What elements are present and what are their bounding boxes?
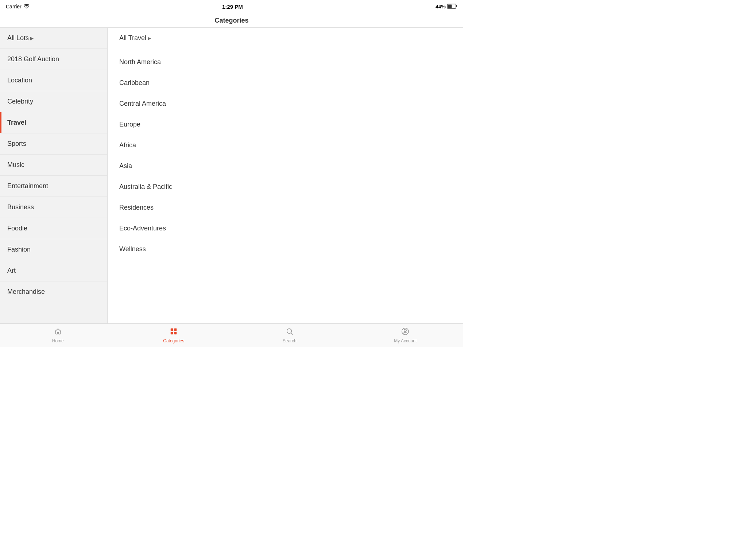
right-panel-item-caribbean[interactable]: Caribbean [108,73,463,93]
status-left: Carrier [6,4,30,9]
sidebar-item-fashion[interactable]: Fashion [0,239,107,260]
chevron-icon: ▶ [30,36,34,41]
sidebar-item-all-lots[interactable]: All Lots ▶ [0,28,107,49]
sidebar-item-travel[interactable]: Travel [0,112,107,133]
main-content: All Lots ▶2018 Golf AuctionLocationCeleb… [0,28,463,323]
right-panel-item-wellness[interactable]: Wellness [108,239,463,260]
right-panel-item-europe[interactable]: Europe [108,114,463,135]
tab-bar: Home Categories Search My Account [0,323,463,347]
right-panel-item-central-america[interactable]: Central America [108,93,463,114]
page-title: Categories [214,17,248,24]
right-panel: All Travel ▶North AmericaCaribbeanCentra… [108,28,463,323]
wifi-icon [24,4,30,9]
account-label: My Account [394,338,417,343]
sidebar-item-business[interactable]: Business [0,197,107,218]
home-icon [54,327,62,337]
svg-rect-7 [174,332,177,334]
sidebar-item-music[interactable]: Music [0,155,107,176]
svg-rect-3 [448,4,452,8]
sidebar-item-foodie[interactable]: Foodie [0,218,107,239]
tab-categories[interactable]: Categories [116,324,232,347]
categories-label: Categories [163,338,184,343]
svg-line-9 [291,333,293,334]
right-panel-item-north-america[interactable]: North America [108,52,463,73]
account-icon [401,327,409,337]
sidebar-item-art[interactable]: Art [0,260,107,281]
battery-icon [447,4,457,10]
svg-rect-4 [171,328,173,331]
tab-home[interactable]: Home [0,324,116,347]
right-panel-item-residences[interactable]: Residences [108,197,463,218]
svg-point-0 [26,8,27,8]
sidebar-item-golf-auction[interactable]: 2018 Golf Auction [0,49,107,70]
status-bar: Carrier 1:29 PM 44% [0,0,463,13]
categories-icon [170,327,178,337]
svg-rect-5 [174,328,177,331]
carrier-label: Carrier [6,4,22,9]
right-panel-item-eco-adventures[interactable]: Eco-Adventures [108,218,463,239]
tab-search[interactable]: Search [232,324,348,347]
status-time: 1:29 PM [222,4,243,10]
sidebar-item-location[interactable]: Location [0,70,107,91]
svg-rect-2 [456,5,457,7]
svg-rect-6 [171,332,173,334]
panel-divider [119,50,452,50]
search-icon [286,327,294,337]
right-panel-item-australia-pacific[interactable]: Australia & Pacific [108,176,463,197]
sidebar-item-sports[interactable]: Sports [0,133,107,155]
page-title-bar: Categories [0,13,463,28]
right-panel-item-africa[interactable]: Africa [108,135,463,156]
sidebar-item-entertainment[interactable]: Entertainment [0,176,107,197]
battery-label: 44% [436,4,446,9]
tab-account[interactable]: My Account [348,324,464,347]
sidebar: All Lots ▶2018 Golf AuctionLocationCeleb… [0,28,108,323]
status-right: 44% [436,4,457,10]
home-label: Home [52,338,64,343]
right-panel-item-asia[interactable]: Asia [108,156,463,176]
sidebar-item-celebrity[interactable]: Celebrity [0,91,107,112]
search-label: Search [283,338,297,343]
right-panel-all-travel[interactable]: All Travel ▶ [108,28,463,48]
sidebar-item-merchandise[interactable]: Merchandise [0,281,107,302]
svg-point-11 [404,329,406,331]
chevron-icon: ▶ [148,36,151,41]
